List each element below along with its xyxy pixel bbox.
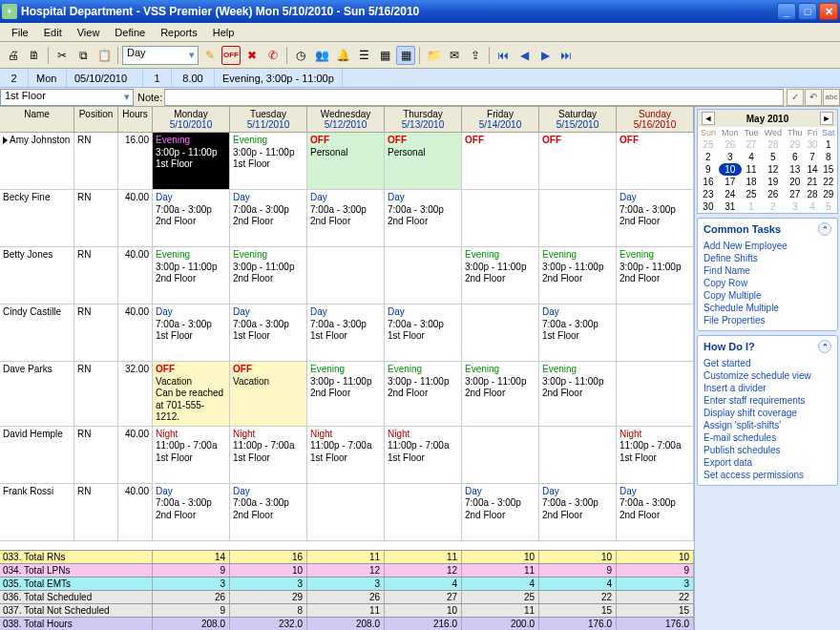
help-link[interactable]: Customize schedule view [704, 369, 831, 382]
collapse-icon[interactable]: ⌃ [818, 222, 831, 236]
employee-name[interactable]: Amy Johnston [0, 133, 74, 189]
shift-cell[interactable]: OFF [462, 133, 539, 189]
cal-day[interactable]: 7 [805, 151, 819, 163]
cal-day[interactable]: 27 [785, 188, 805, 200]
cal-day[interactable]: 28 [805, 188, 819, 200]
shift-cell[interactable] [539, 190, 617, 246]
cal-day[interactable]: 3 [785, 200, 805, 213]
people-icon[interactable]: 👥 [312, 46, 331, 65]
copy-icon[interactable]: ⧉ [74, 46, 93, 65]
help-link[interactable]: E-mail schedules [704, 431, 831, 444]
cal-day[interactable]: 27 [742, 138, 762, 151]
cal-day[interactable]: 18 [742, 176, 762, 188]
delete-icon[interactable]: ✖ [242, 46, 262, 65]
cal-day[interactable]: 15 [820, 163, 837, 176]
cal-day[interactable]: 10 [719, 163, 742, 176]
menu-help[interactable]: Help [205, 25, 242, 40]
day-header[interactable]: Monday5/10/2010 [153, 107, 230, 132]
shift-cell[interactable] [307, 247, 385, 304]
shift-cell[interactable]: OFFVacation [230, 362, 307, 426]
task-link[interactable]: File Properties [704, 314, 831, 326]
shift-cell[interactable]: Day7:00a - 3:00p1st Floor [307, 304, 385, 361]
shift-cell[interactable]: Evening3:00p - 11:00p2nd Floor [462, 362, 539, 426]
shift-cell[interactable] [462, 427, 539, 483]
task-link[interactable]: Copy Multiple [704, 289, 831, 302]
cal-day[interactable]: 25 [742, 188, 762, 200]
cut-icon[interactable]: ✂ [52, 46, 72, 65]
nav-prev-icon[interactable]: ◀ [514, 46, 534, 65]
nav-next-icon[interactable]: ▶ [536, 46, 555, 65]
grid-body[interactable]: Amy JohnstonRN16.00Evening3:00p - 11:00p… [0, 133, 694, 550]
floor-select[interactable]: 1st Floor [0, 89, 134, 106]
cal-day[interactable]: 26 [761, 188, 785, 200]
cal-day[interactable]: 5 [820, 200, 837, 213]
shift-cell[interactable] [617, 304, 694, 361]
shift-cell[interactable]: OFFVacationCan be reached at 701-555-121… [153, 362, 230, 426]
collapse-icon[interactable]: ⌃ [818, 340, 831, 353]
cal-day[interactable]: 25 [698, 138, 719, 151]
task-link[interactable]: Find Name [704, 264, 831, 277]
cal-day[interactable]: 13 [785, 163, 805, 176]
shift-cell[interactable]: Day7:00a - 3:00p2nd Floor [153, 484, 230, 540]
shift-cell[interactable]: Day7:00a - 3:00p2nd Floor [230, 190, 307, 246]
cal-day[interactable]: 6 [785, 151, 805, 163]
employee-name[interactable]: David Hemple [0, 427, 74, 483]
menu-view[interactable]: View [70, 25, 108, 40]
shift-cell[interactable]: Day7:00a - 3:00p2nd Floor [539, 484, 617, 540]
employee-name[interactable]: Dave Parks [0, 362, 74, 426]
task-link[interactable]: Copy Row [704, 277, 831, 289]
shift-cell[interactable]: Night11:00p - 7:00a1st Floor [385, 427, 462, 483]
shift-cell[interactable]: OFF [539, 133, 617, 189]
shift-cell[interactable]: Day7:00a - 3:00p2nd Floor [617, 190, 694, 246]
cal-day[interactable]: 11 [742, 163, 762, 176]
calendar-icon[interactable]: ▦ [375, 46, 394, 65]
cal-day[interactable]: 22 [820, 176, 837, 188]
shift-cell[interactable]: Evening3:00p - 11:00p2nd Floor [230, 247, 307, 304]
shift-cell[interactable]: Evening3:00p - 11:00p2nd Floor [462, 247, 539, 304]
shift-cell[interactable]: Evening3:00p - 11:00p2nd Floor [153, 247, 230, 304]
shift-cell[interactable]: Day7:00a - 3:00p2nd Floor [230, 484, 307, 540]
phone-icon[interactable]: ✆ [263, 46, 283, 65]
cal-day[interactable]: 14 [805, 163, 819, 176]
maximize-button[interactable]: □ [798, 3, 817, 20]
cal-day[interactable]: 4 [742, 151, 762, 163]
shift-cell[interactable] [307, 484, 385, 540]
shift-cell[interactable]: Day7:00a - 3:00p2nd Floor [307, 190, 385, 246]
day-header[interactable]: Tuesday5/11/2010 [230, 107, 307, 132]
menu-reports[interactable]: Reports [153, 25, 205, 40]
day-header[interactable]: Thursday5/13/2010 [385, 107, 462, 132]
shift-cell[interactable]: Day7:00a - 3:00p1st Floor [385, 304, 462, 361]
shift-cell[interactable]: Evening3:00p - 11:00p1st Floor [153, 133, 230, 189]
shift-cell[interactable]: Day7:00a - 3:00p2nd Floor [153, 190, 230, 246]
close-button[interactable]: ✕ [819, 3, 838, 20]
shift-cell[interactable]: Day7:00a - 3:00p2nd Floor [617, 484, 694, 540]
help-link[interactable]: Set access permissions [704, 469, 831, 481]
shift-cell[interactable]: OFF [617, 133, 694, 189]
cal-day[interactable]: 12 [761, 163, 785, 176]
cal-next-icon[interactable]: ► [820, 112, 833, 125]
task-link[interactable]: Schedule Multiple [704, 302, 831, 314]
cal-day[interactable]: 16 [698, 176, 719, 188]
cal-day[interactable]: 28 [761, 138, 785, 151]
cal-day[interactable]: 26 [719, 138, 742, 151]
undo-icon[interactable]: ↶ [805, 89, 822, 106]
share-icon[interactable]: ⇪ [466, 46, 485, 65]
shift-cell[interactable]: Day7:00a - 3:00p1st Floor [539, 304, 617, 361]
cal-day[interactable]: 17 [719, 176, 742, 188]
cal-day[interactable]: 23 [698, 188, 719, 200]
cal-day[interactable]: 29 [785, 138, 805, 151]
help-link[interactable]: Enter staff requirements [704, 394, 831, 407]
cal-day[interactable]: 30 [698, 200, 719, 213]
paste-icon[interactable]: 📋 [94, 46, 114, 65]
menu-define[interactable]: Define [107, 25, 153, 40]
day-header[interactable]: Sunday5/16/2010 [617, 107, 694, 132]
cal-day[interactable]: 8 [820, 151, 837, 163]
cal-day[interactable]: 5 [761, 151, 785, 163]
cal-day[interactable]: 24 [719, 188, 742, 200]
cal-day[interactable]: 2 [761, 200, 785, 213]
check-icon[interactable]: ✓ [787, 89, 804, 106]
shift-cell[interactable] [385, 247, 462, 304]
cal-day[interactable]: 1 [742, 200, 762, 213]
help-link[interactable]: Export data [704, 456, 831, 469]
shift-select[interactable]: Day [122, 46, 199, 65]
